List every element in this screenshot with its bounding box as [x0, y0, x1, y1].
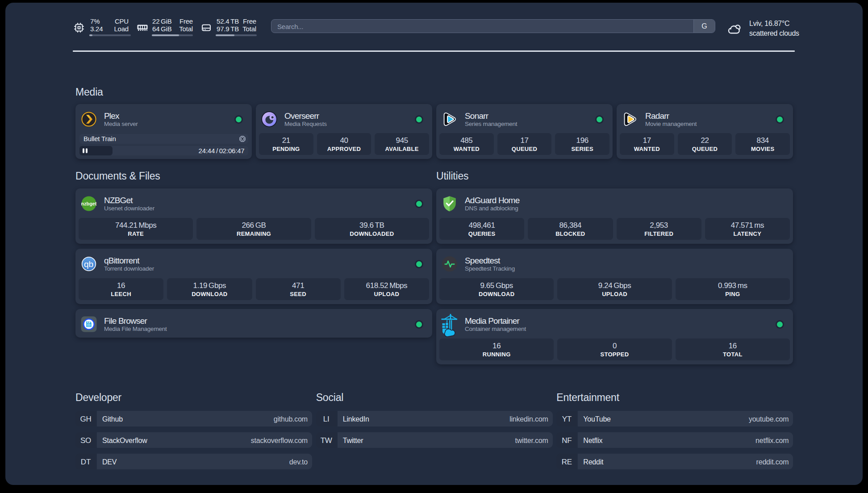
svg-text:nzbget: nzbget: [81, 201, 97, 206]
svg-text:qb: qb: [84, 259, 93, 269]
